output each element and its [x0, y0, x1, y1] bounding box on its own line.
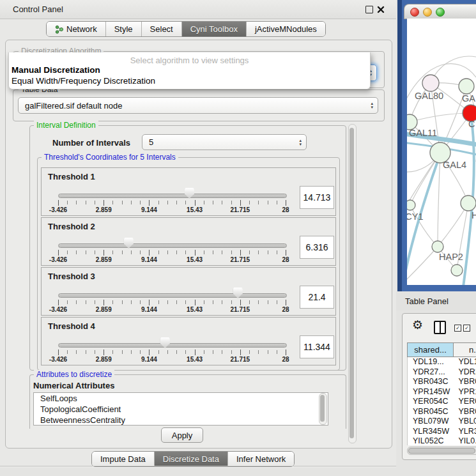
attribute-list-item[interactable]: SelfLoops — [34, 393, 328, 404]
algorithm-dropdown-popup: Select algorithm to view settings Manual… — [8, 52, 371, 89]
table-row[interactable]: YBL079WYBL0... — [408, 417, 476, 427]
tab-label: Cyni Toolbox — [190, 24, 238, 34]
tab-select[interactable]: Select — [141, 22, 181, 36]
window-frame-edge — [397, 0, 402, 291]
window-title: Control Panel — [13, 4, 63, 14]
scrollbar-thumb[interactable] — [349, 128, 354, 438]
table-row[interactable]: YPR145WYPR1... — [408, 387, 476, 397]
network-node-ga[interactable] — [459, 79, 474, 94]
number-of-intervals-combobox[interactable]: 5 ▴▾ — [142, 134, 307, 150]
scrollbar-thumb[interactable] — [408, 448, 475, 454]
slider-major-tick — [286, 300, 286, 305]
control-panel-window: Control Panel NetworkStyleSelectCyni Too… — [0, 0, 396, 468]
tab-cyni-toolbox[interactable]: Cyni Toolbox — [181, 22, 246, 36]
table-row[interactable]: YIL052CYIL0... — [408, 436, 476, 445]
table-row[interactable]: YER054CYER0... — [408, 397, 476, 407]
tab-network[interactable]: Network — [47, 22, 105, 36]
table-row[interactable]: YDR27...YDR2... — [408, 367, 476, 378]
slider-major-tick — [104, 200, 104, 206]
cell-shared-name: YDL19... — [408, 357, 454, 367]
cell-name: YBR0... — [454, 407, 476, 417]
network-node-label: GA — [462, 93, 475, 104]
slider-major-tick — [149, 349, 150, 355]
network-canvas[interactable]: GAL80GACGAL11GAL4GCY1HHAP2 — [407, 19, 476, 285]
network-node-label: GAL11 — [409, 128, 437, 138]
threshold-label: Threshold 3 — [48, 272, 95, 281]
slider-track[interactable] — [58, 194, 287, 198]
column-header-name[interactable]: n... — [454, 342, 476, 357]
attributes-list-scrollbar[interactable] — [319, 393, 327, 425]
table-row[interactable]: YBR045CYBR0... — [408, 407, 476, 417]
slider-track[interactable] — [58, 243, 287, 248]
horizontal-scrollbar[interactable] — [407, 447, 476, 455]
network-node[interactable] — [451, 265, 463, 276]
network-window-titlebar[interactable] — [404, 4, 476, 19]
split-columns-icon[interactable] — [434, 321, 446, 334]
column-header-shared-name[interactable]: shared... — [407, 342, 454, 357]
threshold-value-field[interactable]: 6.316 — [300, 236, 334, 259]
threshold-label: Threshold 4 — [48, 321, 95, 331]
tab-jactivemnodules[interactable]: jActiveMNodules — [246, 22, 325, 36]
attribute-list-item[interactable]: BetweennessCentrality — [34, 415, 328, 426]
tab-style[interactable]: Style — [105, 22, 141, 36]
table-data-combo-value: galFiltered.sif default node — [25, 101, 122, 111]
network-node-label: GAL4 — [443, 160, 466, 170]
cell-name: YIL0... — [454, 436, 476, 445]
top-tab-bar: NetworkStyleSelectCyni ToolboxjActiveMNo… — [46, 21, 326, 37]
network-node-gcy1[interactable] — [407, 200, 415, 210]
threshold-value-field[interactable]: 14.713 — [300, 186, 334, 209]
slider-tick-label: 15.43 — [187, 306, 203, 313]
tab-impute-data[interactable]: Impute Data — [92, 452, 154, 466]
table-panel-title: Table Panel — [405, 296, 449, 306]
slider-tick-label: -3.426 — [49, 256, 67, 263]
checkbox-checked-icon[interactable]: ✓ — [454, 325, 461, 332]
gear-icon[interactable]: ⚙ — [412, 319, 423, 331]
dropdown-option-manual-discretization[interactable]: Manual Discretization — [12, 65, 367, 75]
cell-shared-name: YBL079W — [408, 417, 454, 427]
tab-discretize-data[interactable]: Discretize Data — [154, 452, 227, 466]
table-panel: ⚙ ✓ ✓ shared... n... YDL19...YDL1...YDR2… — [402, 313, 476, 460]
number-of-intervals-value: 5 — [149, 137, 153, 147]
slider-tick-label: 28 — [282, 356, 289, 363]
network-view-window: GAL80GACGAL11GAL4GCY1HHAP2 — [397, 0, 476, 291]
close-icon[interactable] — [377, 6, 385, 13]
threshold-value-field[interactable]: 11.344 — [300, 335, 334, 358]
network-node-gal80[interactable] — [422, 75, 439, 91]
apply-button[interactable]: Apply — [161, 427, 203, 443]
cell-shared-name: YPR145W — [408, 387, 454, 397]
table-row[interactable]: YBR043CYBR0... — [408, 377, 476, 387]
network-edge[interactable] — [438, 153, 440, 247]
slider-tick-label: 15.43 — [187, 206, 203, 213]
slider-tick-label: 21.715 — [231, 306, 250, 313]
table-data-combobox[interactable]: galFiltered.sif default node ▴▾ — [18, 97, 378, 114]
slider-track[interactable] — [58, 293, 287, 298]
network-edge[interactable] — [407, 247, 438, 283]
zoom-traffic-light[interactable] — [436, 8, 445, 17]
group-title: Interval Definition — [34, 121, 98, 130]
dropdown-option-equal-width-frequency[interactable]: Equal Width/Frequency Discretization — [12, 76, 367, 86]
float-window-icon[interactable] — [365, 6, 373, 13]
vertical-scrollbar[interactable] — [348, 124, 357, 443]
minimize-traffic-light[interactable] — [423, 8, 432, 17]
table-header-row: shared... n... — [407, 342, 476, 357]
network-node-hap2[interactable] — [432, 241, 443, 252]
network-edge[interactable] — [410, 113, 471, 122]
attribute-list-item[interactable]: TopologicalCoefficient — [34, 404, 328, 415]
network-node-h[interactable] — [461, 196, 476, 211]
threshold-label: Threshold 2 — [48, 222, 95, 231]
checkbox-checked-icon[interactable]: ✓ — [463, 325, 470, 332]
table-row[interactable]: YDL19...YDL1... — [408, 357, 476, 367]
window-bottom-edge — [0, 466, 396, 466]
slider-track[interactable] — [58, 343, 287, 348]
threshold-value-field[interactable]: 21.4 — [300, 286, 334, 309]
control-panel-titlebar[interactable]: Control Panel — [0, 0, 396, 19]
slider-tick-label: 15.43 — [187, 256, 203, 263]
close-traffic-light[interactable] — [410, 8, 419, 17]
tab-infer-network[interactable]: Infer Network — [227, 452, 294, 466]
scrollbar-thumb[interactable] — [320, 395, 325, 422]
slider-minor-ticks — [58, 250, 286, 254]
slider-major-tick — [149, 250, 150, 256]
cell-shared-name: YER054C — [408, 397, 454, 407]
numerical-attributes-list[interactable]: SelfLoopsTopologicalCoefficientBetweenne… — [33, 392, 328, 426]
table-row[interactable]: YLR345WYLR3... — [408, 427, 476, 437]
